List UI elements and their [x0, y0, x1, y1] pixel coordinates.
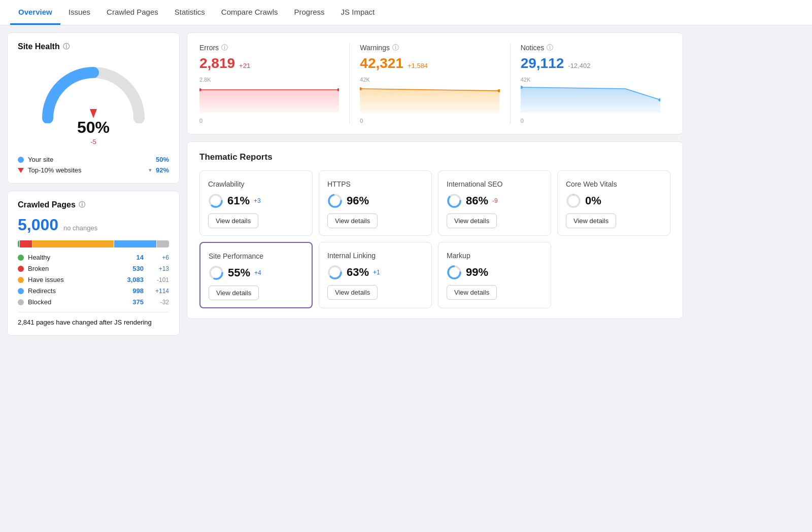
report-name: Core Web Vitals: [566, 180, 662, 188]
report-card-https: HTTPS 96% View details: [319, 170, 432, 236]
gauge-chart: [38, 62, 149, 123]
main-layout: Site Health ⓘ 50% -5: [0, 25, 690, 343]
gauge-percent: 50%: [77, 118, 110, 137]
top10-chevron-icon[interactable]: ▾: [149, 167, 152, 173]
view-details-button[interactable]: View details: [447, 214, 497, 228]
nav-item-statistics[interactable]: Statistics: [166, 1, 213, 25]
view-details-button[interactable]: View details: [327, 285, 378, 300]
view-details-button[interactable]: View details: [209, 286, 259, 300]
divider: [18, 312, 169, 312]
site-health-legend: Your site 50% Top-10% websites ▾ 92%: [18, 156, 169, 174]
report-donut-icon: [447, 193, 462, 208]
metric-value: 42,321: [360, 55, 403, 72]
stats-dot: [18, 277, 24, 283]
report-score: 0%: [585, 194, 601, 207]
left-column: Site Health ⓘ 50% -5: [7, 32, 180, 336]
report-score-row: 86% -9: [447, 193, 543, 208]
crawled-pages-card: Crawled Pages ⓘ 5,000 no changes Healthy…: [7, 191, 180, 336]
your-site-label: Your site: [28, 156, 152, 163]
bar-segment-blocked: [157, 240, 169, 247]
report-name: International SEO: [447, 180, 543, 188]
your-site-value: 50%: [156, 156, 169, 163]
metric-value-row: 42,321 +1,584: [360, 55, 499, 72]
svg-marker-0: [90, 109, 97, 118]
stats-delta: -32: [148, 299, 169, 306]
crawled-count-row: 5,000 no changes: [18, 216, 169, 234]
report-donut-icon: [447, 265, 462, 280]
view-details-button[interactable]: View details: [327, 214, 378, 228]
report-score-row: 61% +3: [208, 193, 304, 208]
thematic-row1: Crawlability 61% +3 View details HTTPS 9…: [199, 170, 670, 236]
gauge-container: 50% -5: [18, 57, 169, 149]
svg-marker-4: [360, 89, 499, 113]
metric-label-text: Warnings: [360, 44, 390, 52]
stats-value: 530: [123, 265, 144, 272]
nav-item-progress[interactable]: Progress: [286, 1, 333, 25]
report-name: Internal Linking: [327, 252, 423, 260]
crawled-pages-info-icon[interactable]: ⓘ: [79, 200, 85, 209]
js-rendering-note[interactable]: 2,841 pages have changed after JS render…: [18, 318, 169, 326]
thematic-reports-title: Thematic Reports: [199, 152, 670, 162]
crawled-count: 5,000: [18, 216, 58, 234]
report-score: 55%: [228, 266, 250, 279]
stats-dot: [18, 266, 24, 272]
top-navigation: OverviewIssuesCrawled PagesStatisticsCom…: [0, 0, 812, 25]
metric-value: 2,819: [199, 55, 235, 72]
metric-value: 29,112: [521, 55, 564, 72]
js-note-text: 2,841 pages have changed after JS render…: [18, 318, 152, 326]
nav-item-js-impact[interactable]: JS Impact: [333, 1, 383, 25]
view-details-button[interactable]: View details: [208, 214, 258, 228]
metric-block-notices: Notices ⓘ 29,112 -12,402 42K 0: [511, 43, 670, 124]
metric-value-row: 29,112 -12,402: [521, 55, 660, 72]
stats-delta: +114: [148, 288, 169, 295]
legend-top10[interactable]: Top-10% websites ▾ 92%: [18, 166, 169, 174]
report-delta: +1: [373, 269, 380, 276]
metric-delta: +21: [239, 62, 250, 69]
metric-info-icon[interactable]: ⓘ: [221, 43, 228, 52]
nav-item-crawled-pages[interactable]: Crawled Pages: [98, 1, 166, 25]
stats-label: Have issues: [28, 276, 119, 283]
nav-item-issues[interactable]: Issues: [60, 1, 98, 25]
report-score-row: 63% +1: [327, 265, 423, 280]
stats-delta: +6: [148, 254, 169, 261]
report-delta: -9: [492, 197, 498, 204]
site-health-label: Site Health: [18, 42, 60, 51]
report-name: Crawlability: [208, 180, 304, 188]
stats-value: 3,083: [123, 276, 144, 283]
site-health-info-icon[interactable]: ⓘ: [63, 42, 70, 51]
report-score: 96%: [347, 194, 369, 207]
svg-point-16: [567, 195, 580, 207]
metrics-row: Errors ⓘ 2,819 +21 2.8K 0 Warnings ⓘ 42,…: [187, 32, 683, 134]
crawled-pages-label: Crawled Pages: [18, 200, 76, 209]
right-column: Errors ⓘ 2,819 +21 2.8K 0 Warnings ⓘ 42,…: [187, 32, 683, 336]
top10-label: Top-10% websites: [28, 166, 145, 174]
metric-label-text: Notices: [521, 44, 545, 52]
report-donut-icon: [327, 193, 343, 208]
your-site-dot: [18, 157, 24, 163]
stats-label: Healthy: [28, 254, 119, 261]
report-card-core-web-vitals: Core Web Vitals 0% View details: [557, 170, 670, 236]
stats-row: Broken 530 +13: [18, 265, 169, 272]
report-name: HTTPS: [327, 180, 423, 188]
report-score: 63%: [347, 266, 369, 279]
report-score: 99%: [466, 266, 488, 279]
chart-y-bot: 0: [360, 118, 499, 124]
stats-label: Blocked: [28, 298, 119, 306]
view-details-button[interactable]: View details: [447, 285, 497, 300]
stats-dot: [18, 288, 24, 294]
view-details-button[interactable]: View details: [566, 214, 616, 228]
stats-delta: +13: [148, 265, 169, 272]
bar-segment-healthy: [18, 240, 19, 247]
report-delta: +3: [254, 197, 261, 204]
report-score: 61%: [227, 194, 250, 207]
report-card-crawlability: Crawlability 61% +3 View details: [199, 170, 313, 236]
metric-info-icon[interactable]: ⓘ: [547, 43, 553, 52]
report-card-markup: Markup 99% View details: [438, 242, 551, 308]
nav-item-overview[interactable]: Overview: [10, 1, 60, 25]
metric-label-text: Errors: [199, 44, 219, 52]
site-health-card: Site Health ⓘ 50% -5: [7, 32, 180, 184]
report-donut-icon: [209, 265, 224, 280]
metric-label: Warnings ⓘ: [360, 43, 499, 52]
nav-item-compare-crawls[interactable]: Compare Crawls: [213, 1, 286, 25]
metric-info-icon[interactable]: ⓘ: [392, 43, 399, 52]
